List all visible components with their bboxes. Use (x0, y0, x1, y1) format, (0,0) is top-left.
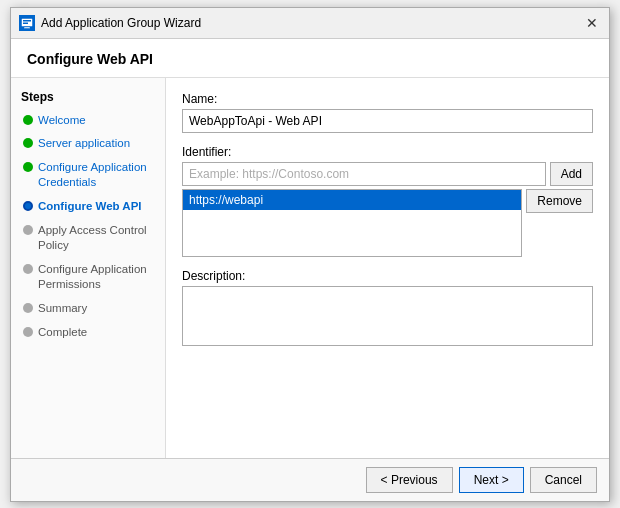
step-dot-access (23, 225, 33, 235)
identifier-section: Identifier: Add https://webapi Remove (182, 145, 593, 257)
steps-panel: Steps Welcome Server application Configu… (11, 78, 166, 458)
page-title: Configure Web API (27, 51, 593, 67)
step-dot-credentials (23, 162, 33, 172)
sidebar-item-access-control[interactable]: Apply Access Control Policy (21, 222, 155, 254)
step-dot-complete (23, 327, 33, 337)
title-bar-left: Add Application Group Wizard (19, 15, 201, 31)
app-icon (19, 15, 35, 31)
description-input[interactable] (182, 286, 593, 346)
sidebar-item-welcome[interactable]: Welcome (21, 112, 155, 129)
dialog-window: Add Application Group Wizard ✕ Configure… (10, 7, 610, 502)
step-label-webapi: Configure Web API (38, 199, 142, 214)
identifier-label: Identifier: (182, 145, 593, 159)
step-dot-server (23, 138, 33, 148)
description-field-group: Description: (182, 269, 593, 349)
sidebar-item-configure-webapi[interactable]: Configure Web API (21, 198, 155, 215)
add-button[interactable]: Add (550, 162, 593, 186)
step-label-complete: Complete (38, 325, 87, 340)
identifier-list[interactable]: https://webapi (182, 189, 522, 257)
content-panel: Name: Identifier: Add https://webapi Rem… (166, 78, 609, 458)
step-dot-permissions (23, 264, 33, 274)
identifier-input-row: Add (182, 162, 593, 186)
step-dot-summary (23, 303, 33, 313)
svg-rect-2 (23, 22, 28, 24)
svg-rect-3 (24, 27, 30, 29)
name-field-group: Name: (182, 92, 593, 133)
close-button[interactable]: ✕ (583, 14, 601, 32)
page-header: Configure Web API (11, 39, 609, 78)
step-label-welcome: Welcome (38, 113, 86, 128)
step-label-server: Server application (38, 136, 130, 151)
description-label: Description: (182, 269, 593, 283)
next-button[interactable]: Next > (459, 467, 524, 493)
step-dot-webapi (23, 201, 33, 211)
steps-label: Steps (21, 90, 155, 104)
step-label-summary: Summary (38, 301, 87, 316)
remove-button[interactable]: Remove (526, 189, 593, 213)
identifier-list-item[interactable]: https://webapi (183, 190, 521, 210)
sidebar-item-server-application[interactable]: Server application (21, 135, 155, 152)
step-label-access: Apply Access Control Policy (38, 223, 153, 253)
cancel-button[interactable]: Cancel (530, 467, 597, 493)
step-label-credentials: Configure Application Credentials (38, 160, 153, 190)
step-dot-welcome (23, 115, 33, 125)
name-label: Name: (182, 92, 593, 106)
identifier-input[interactable] (182, 162, 546, 186)
step-label-permissions: Configure Application Permissions (38, 262, 153, 292)
dialog-footer: < Previous Next > Cancel (11, 458, 609, 501)
dialog-body: Steps Welcome Server application Configu… (11, 78, 609, 458)
title-bar: Add Application Group Wizard ✕ (11, 8, 609, 39)
svg-rect-1 (23, 20, 31, 22)
previous-button[interactable]: < Previous (366, 467, 453, 493)
identifier-list-container: https://webapi Remove (182, 189, 593, 257)
sidebar-item-app-permissions[interactable]: Configure Application Permissions (21, 261, 155, 293)
sidebar-item-complete[interactable]: Complete (21, 324, 155, 341)
title-text: Add Application Group Wizard (41, 16, 201, 30)
sidebar-item-summary[interactable]: Summary (21, 300, 155, 317)
identifier-right-buttons: Remove (526, 189, 593, 213)
sidebar-item-configure-credentials[interactable]: Configure Application Credentials (21, 159, 155, 191)
name-input[interactable] (182, 109, 593, 133)
